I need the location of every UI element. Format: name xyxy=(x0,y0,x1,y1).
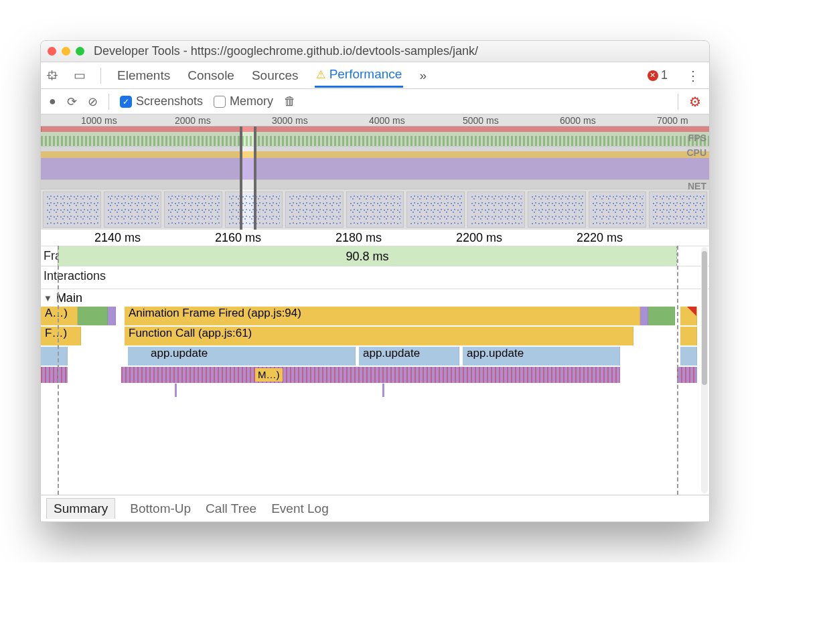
tab-bottom-up[interactable]: Bottom-Up xyxy=(130,501,191,516)
titlebar: Developer Tools - https://googlechrome.g… xyxy=(41,41,709,62)
flame-bar[interactable] xyxy=(680,347,697,366)
flame-bar[interactable]: Animation Frame Fired (app.js:94) xyxy=(125,307,640,325)
scrollbar-vertical[interactable] xyxy=(701,247,708,493)
ruler-tick: 5000 ms xyxy=(463,115,499,126)
ruler-tick: 1000 ms xyxy=(81,115,117,126)
separator xyxy=(100,68,101,84)
frame-bar[interactable]: 90.8 ms xyxy=(58,246,677,266)
flame-bar[interactable] xyxy=(108,307,116,325)
details-tabs: Summary Bottom-Up Call Tree Event Log xyxy=(41,495,709,521)
flame-micro[interactable] xyxy=(677,367,697,383)
error-count: 1 xyxy=(661,68,668,82)
zoom-guide-left xyxy=(58,246,59,495)
flame-bar[interactable]: app.update xyxy=(128,347,356,366)
flame-bar[interactable]: app.update xyxy=(463,347,620,366)
error-icon: ✕ xyxy=(648,70,658,81)
minimize-icon[interactable] xyxy=(62,47,70,56)
memory-checkbox[interactable]: Memory xyxy=(214,94,273,108)
flame-bar[interactable] xyxy=(680,307,697,325)
flame-tiny xyxy=(382,384,384,397)
triangle-down-icon: ▼ xyxy=(44,293,52,303)
flame-micro[interactable] xyxy=(41,367,68,383)
delete-icon[interactable]: 🗑 xyxy=(284,94,296,108)
record-icon[interactable]: ● xyxy=(49,94,56,108)
flame-bar[interactable] xyxy=(640,307,648,325)
screenshots-label: Screenshots xyxy=(136,94,203,108)
overview-ruler[interactable]: 1000 ms 2000 ms 3000 ms 4000 ms 5000 ms … xyxy=(41,114,709,127)
tab-summary[interactable]: Summary xyxy=(46,498,115,519)
interactions-label: Interactions xyxy=(44,269,106,283)
long-task-icon xyxy=(687,307,696,316)
checkbox-off-icon xyxy=(214,96,226,108)
overview-pane[interactable]: FPS CPU NET xyxy=(41,127,709,230)
ruler-tick: 6000 ms xyxy=(560,115,596,126)
error-count-badge[interactable]: ✕ 1 xyxy=(648,68,668,82)
fps-label: FPS xyxy=(688,133,706,143)
flame-micro[interactable] xyxy=(121,367,620,383)
tab-elements[interactable]: Elements xyxy=(116,64,171,87)
devtools-window: Developer Tools - https://googlechrome.g… xyxy=(40,40,710,522)
detail-ruler[interactable]: 2140 ms 2160 ms 2180 ms 2200 ms 2220 ms xyxy=(41,230,709,246)
zoom-icon[interactable] xyxy=(76,47,84,56)
memory-label: Memory xyxy=(230,94,273,108)
zoom-guide-right xyxy=(677,246,678,495)
net-label: NET xyxy=(688,181,706,191)
inspect-icon[interactable]: ⯐ xyxy=(46,68,59,83)
ruler-tick: 3000 ms xyxy=(272,115,308,126)
clear-icon[interactable]: ⊘ xyxy=(88,94,98,109)
cpu-label: CPU xyxy=(686,147,706,158)
panel-tabs: ⯐ ▭ Elements Console Sources Performance… xyxy=(41,62,709,89)
checkbox-on-icon: ✓ xyxy=(120,96,132,108)
main-header[interactable]: ▼ Main xyxy=(41,289,709,307)
flame-bar[interactable]: M…) xyxy=(255,368,283,382)
tab-event-log[interactable]: Event Log xyxy=(271,501,329,516)
ruler-tick: 4000 ms xyxy=(369,115,405,126)
device-toggle-icon[interactable]: ▭ xyxy=(74,68,86,83)
flame-bar[interactable]: app.update xyxy=(359,347,459,366)
reload-icon[interactable]: ⟳ xyxy=(67,94,77,109)
detail-tick: 2220 ms xyxy=(577,231,623,245)
settings-menu-icon[interactable]: ⋮ xyxy=(682,68,704,84)
overview-dim-left xyxy=(41,127,240,230)
window-controls xyxy=(48,47,84,56)
flame-bar[interactable]: Function Call (app.js:61) xyxy=(125,327,633,345)
frames-section: Frames 90.8 ms xyxy=(41,246,709,266)
tab-performance[interactable]: Performance xyxy=(315,63,404,88)
flame-bar[interactable] xyxy=(78,307,108,325)
perf-toolbar: ● ⟳ ⊘ ✓ Screenshots Memory 🗑 ⚙ xyxy=(41,89,709,114)
detail-tick: 2180 ms xyxy=(335,231,382,245)
flame-tiny xyxy=(175,384,177,397)
frame-duration: 90.8 ms xyxy=(346,250,388,263)
overview-dim-right xyxy=(256,127,709,230)
main-section: ▼ Main A…) Animation Frame Fired (app.js… xyxy=(41,289,709,420)
detail-tick: 2140 ms xyxy=(94,231,141,245)
ruler-tick: 2000 ms xyxy=(175,115,211,126)
flame-bar[interactable] xyxy=(648,307,675,325)
capture-settings-icon[interactable]: ⚙ xyxy=(689,94,701,110)
detail-tick: 2200 ms xyxy=(456,231,502,245)
flame-chart: A…) Animation Frame Fired (app.js:94) F…… xyxy=(41,307,709,420)
flamechart-pane[interactable]: 2140 ms 2160 ms 2180 ms 2200 ms 2220 ms … xyxy=(41,230,709,495)
window-title: Developer Tools - https://googlechrome.g… xyxy=(94,44,478,58)
screenshots-checkbox[interactable]: ✓ Screenshots xyxy=(120,94,203,108)
overview-selection[interactable] xyxy=(240,127,256,230)
interactions-section: Interactions xyxy=(41,266,709,289)
detail-tick: 2160 ms xyxy=(215,231,261,245)
flame-bar[interactable] xyxy=(41,347,68,366)
tab-console[interactable]: Console xyxy=(186,64,236,87)
ruler-tick: 7000 m xyxy=(657,115,688,126)
tabs-overflow-icon[interactable]: » xyxy=(418,64,428,87)
flame-bar[interactable] xyxy=(680,327,697,345)
tab-sources[interactable]: Sources xyxy=(250,64,300,87)
flame-bar[interactable]: F…) xyxy=(41,327,81,345)
flame-bar[interactable]: A…) xyxy=(41,307,78,325)
main-label: Main xyxy=(56,291,82,305)
close-icon[interactable] xyxy=(48,47,56,56)
tab-call-tree[interactable]: Call Tree xyxy=(206,501,256,516)
